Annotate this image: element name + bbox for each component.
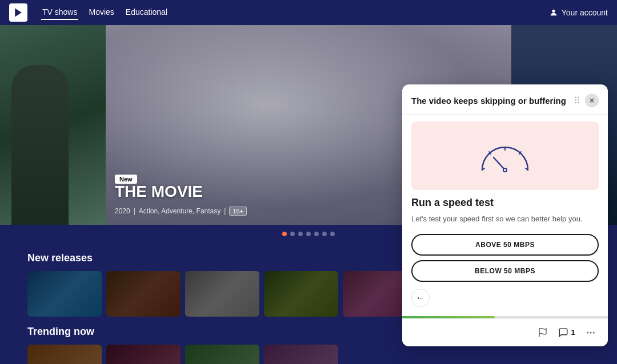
- trending-card-2[interactable]: [106, 345, 181, 364]
- hero-left-card[interactable]: [0, 25, 106, 225]
- widget-title: The video keeps skipping or buffering: [411, 96, 574, 106]
- new-release-card-2[interactable]: [106, 271, 181, 317]
- flag-icon: [538, 327, 548, 338]
- svg-point-11: [587, 331, 588, 333]
- dot-6[interactable]: [322, 232, 327, 236]
- navbar: TV shows Movies Educational Your account: [0, 0, 617, 25]
- account-icon: [549, 8, 558, 17]
- new-release-card-4[interactable]: [264, 271, 338, 317]
- widget-heading: Run a speed test: [411, 197, 599, 209]
- hero-rating: 15+: [229, 207, 247, 216]
- below-50-mbps-button[interactable]: BELOW 50 MBPS: [411, 260, 599, 282]
- svg-point-1: [552, 10, 555, 13]
- svg-point-9: [504, 169, 506, 171]
- widget-illustration: [411, 122, 599, 190]
- account-label: Your account: [562, 8, 608, 17]
- trending-card-3[interactable]: [185, 345, 259, 364]
- account-menu[interactable]: Your account: [549, 8, 608, 17]
- new-release-card-1[interactable]: [27, 271, 102, 317]
- dot-3[interactable]: [298, 232, 303, 236]
- hero-genres: Action, Adventure, Fantasy: [139, 207, 221, 215]
- widget-progress-bar-container: [402, 316, 608, 318]
- new-release-card-3[interactable]: [185, 271, 259, 317]
- drag-handle-icon[interactable]: ⠿: [574, 95, 580, 106]
- widget-header: The video keeps skipping or buffering ⠿ …: [402, 84, 608, 115]
- hero-separator: |: [134, 207, 135, 215]
- more-icon: [586, 327, 596, 338]
- trending-card-4[interactable]: [264, 345, 338, 364]
- dot-7[interactable]: [330, 232, 335, 236]
- widget-toolbar: 1: [402, 318, 608, 346]
- dot-5[interactable]: [314, 232, 319, 236]
- svg-marker-0: [15, 9, 22, 17]
- above-50-mbps-button[interactable]: ABOVE 50 MBPS: [411, 234, 599, 256]
- flag-button[interactable]: [532, 322, 553, 343]
- svg-line-7: [494, 157, 505, 170]
- dot-2[interactable]: [290, 232, 295, 236]
- support-widget: The video keeps skipping or buffering ⠿ …: [402, 84, 608, 346]
- hero-meta: 2020 | Action, Adventure, Fantasy | 15+: [115, 207, 247, 216]
- trending-row: [27, 345, 590, 364]
- nav-link-tvshows[interactable]: TV shows: [41, 5, 78, 20]
- hero-separator2: |: [224, 207, 226, 215]
- widget-progress-bar: [402, 316, 495, 318]
- play-icon: [13, 7, 24, 18]
- back-button[interactable]: ←: [411, 289, 430, 307]
- chat-button[interactable]: 1: [556, 322, 577, 343]
- hero-year: 2020: [115, 207, 130, 215]
- svg-point-13: [593, 331, 595, 333]
- dot-4[interactable]: [306, 232, 311, 236]
- speedometer-icon: [476, 136, 534, 176]
- hero-title: THE MOVIE: [115, 183, 203, 201]
- nav-link-educational[interactable]: Educational: [125, 5, 169, 20]
- chat-icon: [558, 327, 568, 338]
- widget-description: Let's test your speed first so we can be…: [411, 213, 599, 225]
- trending-card-1[interactable]: [27, 345, 102, 364]
- logo[interactable]: [9, 3, 27, 22]
- close-button[interactable]: ×: [585, 94, 599, 107]
- nav-links: TV shows Movies Educational: [41, 5, 169, 20]
- svg-point-12: [590, 331, 592, 333]
- widget-body: Run a speed test Let's test your speed f…: [402, 197, 608, 316]
- more-options-button[interactable]: [580, 322, 601, 343]
- dot-1[interactable]: [282, 232, 287, 236]
- nav-link-movies[interactable]: Movies: [87, 5, 115, 20]
- chat-count: 1: [571, 328, 575, 337]
